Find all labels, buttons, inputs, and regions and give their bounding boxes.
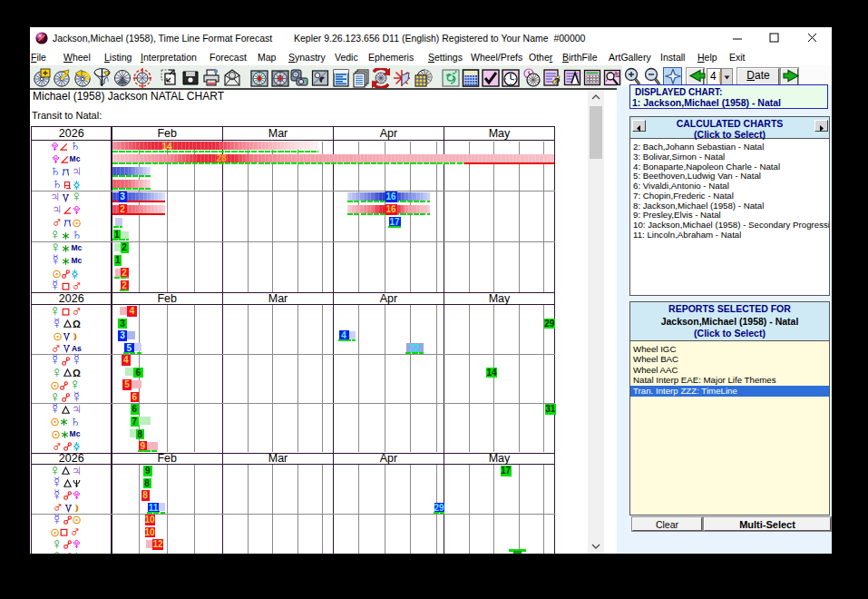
svg-text:Ω: Ω [615,71,620,79]
svg-text:?: ? [554,76,561,87]
